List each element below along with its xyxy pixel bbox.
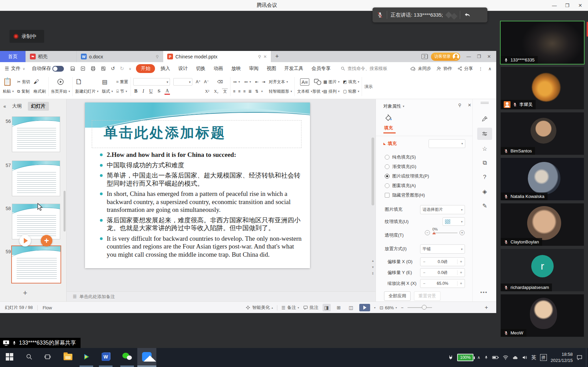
pinyin-guide-button[interactable]: 文 bbox=[222, 89, 228, 94]
menu-insert[interactable]: 插入 bbox=[156, 66, 174, 72]
section-button[interactable]: ⌸节▾ bbox=[116, 89, 128, 94]
doc-count-badge[interactable]: 2 bbox=[421, 54, 428, 59]
notes-button[interactable]: ☰ 备注 ▾ bbox=[281, 305, 299, 311]
transparency-plus-button[interactable]: + bbox=[460, 230, 465, 235]
panel-scrollbar[interactable] bbox=[64, 191, 66, 232]
numbered-list-button[interactable]: ≕▾ bbox=[244, 79, 252, 84]
line-spacing-icon[interactable]: ⇅ bbox=[255, 89, 259, 94]
selection-pane-icon[interactable]: ⧉ bbox=[477, 157, 492, 169]
placement-dropdown[interactable]: 平铺▾ bbox=[420, 244, 465, 254]
close-tab-icon[interactable]: ✕ bbox=[263, 54, 267, 59]
autosave-toggle[interactable] bbox=[52, 66, 64, 72]
fill-tab[interactable]: 填充 bbox=[384, 125, 393, 131]
participant-tile[interactable]: r richardappiatsesam bbox=[501, 249, 584, 291]
radio-gradient-fill[interactable]: 渐变填充(G) bbox=[385, 164, 416, 170]
taskbar-search-button[interactable] bbox=[21, 348, 37, 366]
font-name-combo[interactable]: ▾ bbox=[133, 78, 170, 86]
minimize-icon[interactable]: — bbox=[548, 0, 561, 11]
transparency-minus-button[interactable]: − bbox=[425, 230, 430, 235]
participant-tile[interactable]: BimSantos bbox=[501, 112, 584, 155]
new-tab-button[interactable]: + bbox=[271, 51, 283, 62]
notification-icon[interactable] bbox=[576, 355, 583, 360]
texture-fill-dropdown[interactable]: ▾ bbox=[443, 217, 465, 226]
power-plug-icon[interactable] bbox=[448, 354, 453, 361]
paste-button[interactable]: 粘贴▾ bbox=[3, 89, 14, 94]
tab-pptx-active[interactable]: P Chinese model.pptx ⚲ ✕ bbox=[163, 51, 271, 62]
command-search[interactable]: 查找命令、搜索模板 bbox=[341, 66, 387, 72]
tray-expand-icon[interactable]: ∧ bbox=[477, 355, 480, 360]
recording-badge[interactable]: 录制中 bbox=[10, 30, 44, 43]
slide-thumbnail-59-selected[interactable] bbox=[11, 245, 61, 283]
wps-minimize-icon[interactable]: — bbox=[464, 51, 474, 62]
feedback-icon[interactable]: ✎ bbox=[477, 200, 492, 212]
menu-devtools[interactable]: 开发工具 bbox=[280, 66, 307, 72]
pin-icon[interactable]: ⚲ bbox=[258, 54, 261, 59]
tab-docer[interactable]: ❧ 稻壳 bbox=[26, 51, 77, 62]
format-painter-button[interactable]: 格式刷 bbox=[34, 89, 46, 94]
reading-view-button[interactable]: ◫ bbox=[347, 304, 355, 311]
picture-button[interactable]: ▦图片▾ bbox=[323, 79, 340, 85]
maximize-icon[interactable]: ❐ bbox=[561, 0, 574, 11]
save-icon[interactable] bbox=[70, 66, 75, 71]
offset-y-stepper[interactable]: −0.0磅+ bbox=[420, 268, 465, 277]
fit-zoom-button[interactable]: ⊡ 68% ▾ bbox=[380, 305, 397, 310]
justify-icon[interactable]: ≣ bbox=[248, 89, 252, 94]
slide-thumbnail-58[interactable] bbox=[12, 204, 60, 239]
apply-all-button[interactable]: 全部应用 bbox=[384, 291, 411, 301]
play-from-slide-button[interactable] bbox=[19, 235, 31, 246]
zoom-slider-handle[interactable] bbox=[422, 305, 427, 310]
arrange-button[interactable]: ▤排列▾ bbox=[323, 89, 340, 94]
layout-button[interactable]: 版式▾ bbox=[102, 89, 113, 94]
ime-lang-indicator[interactable]: 英 bbox=[531, 354, 536, 361]
play-current-button[interactable]: 当页开始▾ bbox=[51, 78, 70, 95]
close-icon[interactable]: ✕ bbox=[574, 0, 587, 11]
fill-preview-dropdown[interactable]: ▾ bbox=[429, 139, 465, 148]
word-button[interactable]: W bbox=[98, 348, 114, 366]
slide-title[interactable]: 单击此处添加标题 bbox=[104, 124, 226, 142]
participant-tile[interactable]: ClaytonBoylan bbox=[501, 203, 584, 246]
battery-indicator[interactable]: 100% bbox=[457, 354, 473, 361]
reset-background-button[interactable]: 重置背景 bbox=[414, 291, 440, 301]
italic-button[interactable]: I bbox=[141, 89, 145, 94]
effects-icon[interactable]: ☆ bbox=[477, 143, 492, 155]
close-panel-icon[interactable]: ✕ bbox=[468, 103, 471, 108]
shapes-button[interactable]: 形状▾ bbox=[312, 78, 324, 95]
participant-tile[interactable]: 133****6335 bbox=[501, 21, 584, 64]
print-icon[interactable] bbox=[90, 66, 96, 71]
notes-bar[interactable]: ☰ 单击此处添加备注 bbox=[67, 291, 376, 301]
hide-background-checkbox[interactable]: 隐藏背景图形(H) bbox=[385, 192, 425, 198]
drag-handle[interactable] bbox=[481, 102, 489, 103]
collapse-panel-icon[interactable]: « bbox=[3, 104, 6, 109]
align-left-icon[interactable]: ≡ bbox=[233, 89, 235, 94]
clear-format-icon[interactable]: ⌫ bbox=[217, 79, 228, 84]
add-slide-button[interactable]: + bbox=[20, 288, 31, 298]
copy-button[interactable]: ⧉复制 bbox=[17, 89, 30, 94]
slideshow-play-button[interactable] bbox=[359, 304, 370, 311]
menu-start[interactable]: 开始 bbox=[136, 64, 155, 73]
guest-login-button[interactable]: 访客登录 bbox=[431, 53, 460, 61]
bullet-list-button[interactable]: ≔▾ bbox=[233, 79, 241, 84]
menu-member[interactable]: 会员专享 bbox=[307, 66, 334, 72]
collab-button[interactable]: 协作 bbox=[436, 66, 452, 72]
ime-pinyin-indicator[interactable]: 拼 bbox=[540, 354, 547, 361]
align-right-icon[interactable]: ≡ bbox=[243, 89, 245, 94]
grow-font-button[interactable]: A⁺ bbox=[196, 79, 201, 84]
decrease-indent-button[interactable]: ⇤ bbox=[255, 79, 259, 84]
pin-panel-icon[interactable]: ⚲ bbox=[458, 103, 462, 108]
participant-tile[interactable]: MeoW bbox=[501, 294, 584, 337]
zoom-in-button[interactable]: + bbox=[481, 302, 491, 313]
radio-pattern-fill[interactable]: 图案填充(A) bbox=[385, 183, 416, 189]
fill-section-header[interactable]: 填充 bbox=[383, 141, 397, 147]
tab-outline[interactable]: 大纲 bbox=[9, 102, 25, 111]
transparency-track[interactable] bbox=[433, 233, 457, 233]
strike-button[interactable]: S bbox=[157, 89, 161, 94]
wps-restore-icon[interactable]: ❐ bbox=[474, 51, 484, 62]
navigate-icon[interactable]: ◈ bbox=[477, 185, 492, 198]
outline-button[interactable]: ▢轮廓▾ bbox=[343, 89, 359, 94]
print-preview-icon[interactable] bbox=[101, 66, 106, 71]
menu-review[interactable]: 审阅 bbox=[245, 66, 262, 72]
zoom-slider[interactable] bbox=[408, 307, 432, 308]
pin-icon[interactable]: ⚲ bbox=[156, 54, 159, 59]
insert-slide-button[interactable]: + bbox=[41, 235, 52, 246]
speaker-icon[interactable] bbox=[522, 355, 528, 360]
